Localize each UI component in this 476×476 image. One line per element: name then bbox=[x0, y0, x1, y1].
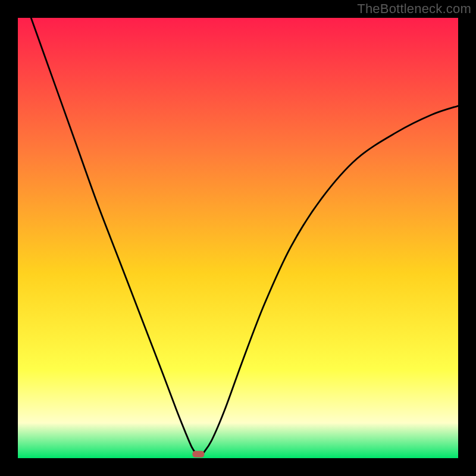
gradient-background bbox=[18, 18, 458, 458]
chart-frame: TheBottleneck.com bbox=[0, 0, 476, 476]
watermark-text: TheBottleneck.com bbox=[357, 1, 471, 17]
chart-svg bbox=[18, 18, 458, 458]
minimum-marker bbox=[192, 451, 204, 458]
plot-area bbox=[18, 18, 458, 458]
